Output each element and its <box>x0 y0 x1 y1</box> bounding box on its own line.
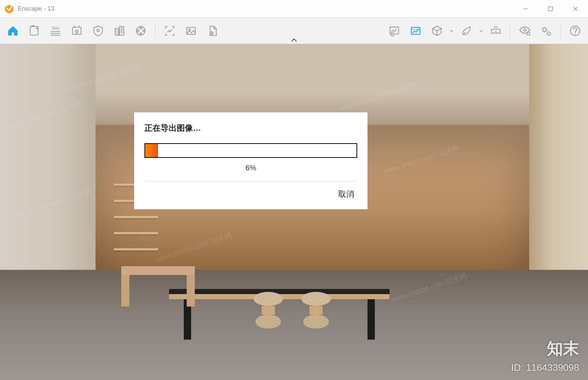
render-viewport[interactable]: www.znzmo.com 知末网 www.znzmo.com 知末网 www.… <box>0 44 588 380</box>
eye-gear-icon[interactable] <box>514 20 535 41</box>
svg-point-26 <box>527 32 530 35</box>
svg-point-19 <box>189 29 190 30</box>
bim-label: BIM <box>52 26 59 30</box>
window-controls <box>513 0 588 18</box>
svg-rect-24 <box>411 27 420 34</box>
progress-label: 6% <box>144 164 357 172</box>
progress-fill <box>145 144 158 157</box>
dialog-title: 正在导出图像… <box>144 123 357 134</box>
svg-point-23 <box>392 34 393 35</box>
vr-headset-icon[interactable] <box>485 20 506 41</box>
svg-point-25 <box>524 29 526 31</box>
toolbar-group-3 <box>384 20 506 41</box>
export-progress-dialog: 正在导出图像… 6% 取消 <box>134 112 368 209</box>
shield-icon[interactable] <box>87 20 109 41</box>
svg-point-16 <box>143 30 144 32</box>
help-icon[interactable] <box>564 20 586 41</box>
reel-icon[interactable] <box>130 20 151 41</box>
toolbar-group-4 <box>514 20 557 41</box>
scene-bench <box>121 266 195 307</box>
svg-point-28 <box>547 32 551 35</box>
app-logo-icon <box>4 4 14 14</box>
bim-icon[interactable]: BIM <box>45 20 66 41</box>
cube-icon[interactable] <box>426 20 448 41</box>
capture-bracket-icon[interactable] <box>159 20 180 41</box>
toolbar-separator <box>560 23 561 39</box>
views-icon[interactable] <box>66 20 87 41</box>
svg-point-17 <box>140 32 142 34</box>
page-icon[interactable] <box>24 20 45 41</box>
svg-point-13 <box>136 26 145 35</box>
home-icon[interactable] <box>2 20 24 41</box>
image-icon[interactable] <box>180 20 202 41</box>
window-title: Enscape - 13 <box>18 5 54 12</box>
leaf-dropdown[interactable] <box>477 29 485 33</box>
close-button[interactable] <box>563 0 588 18</box>
cube-dropdown[interactable] <box>448 29 456 33</box>
svg-point-10 <box>97 29 99 31</box>
toolbar-separator <box>510 23 510 39</box>
toolbar: BIM <box>0 18 588 44</box>
toolbar-separator <box>155 23 155 39</box>
scene-stool <box>301 292 331 329</box>
image-settings-icon[interactable] <box>405 20 426 41</box>
toolbar-expand-caret[interactable] <box>290 38 298 44</box>
maximize-button[interactable] <box>538 0 563 18</box>
toolbar-group-1: BIM <box>2 20 151 41</box>
svg-point-15 <box>137 30 139 32</box>
svg-marker-0 <box>5 4 14 13</box>
leaf-icon[interactable] <box>456 20 477 41</box>
svg-point-30 <box>575 33 576 34</box>
toolbar-group-2 <box>159 20 223 41</box>
scene-stool <box>254 292 283 329</box>
svg-point-14 <box>140 27 142 29</box>
progress-bar <box>144 143 357 158</box>
buildings-icon[interactable] <box>109 20 130 41</box>
brand-mark: 知末 <box>547 338 579 359</box>
brand-id: ID: 1164339098 <box>511 362 579 373</box>
page-export-icon[interactable] <box>202 20 223 41</box>
nav-image-icon[interactable] <box>384 20 405 41</box>
svg-point-9 <box>76 31 77 32</box>
scene-floor <box>0 270 588 380</box>
titlebar: Enscape - 13 <box>0 0 588 18</box>
minimize-button[interactable] <box>513 0 538 18</box>
svg-rect-2 <box>549 7 553 11</box>
gears-icon[interactable] <box>535 20 557 41</box>
cancel-button[interactable]: 取消 <box>338 189 354 200</box>
svg-point-6 <box>36 28 37 29</box>
